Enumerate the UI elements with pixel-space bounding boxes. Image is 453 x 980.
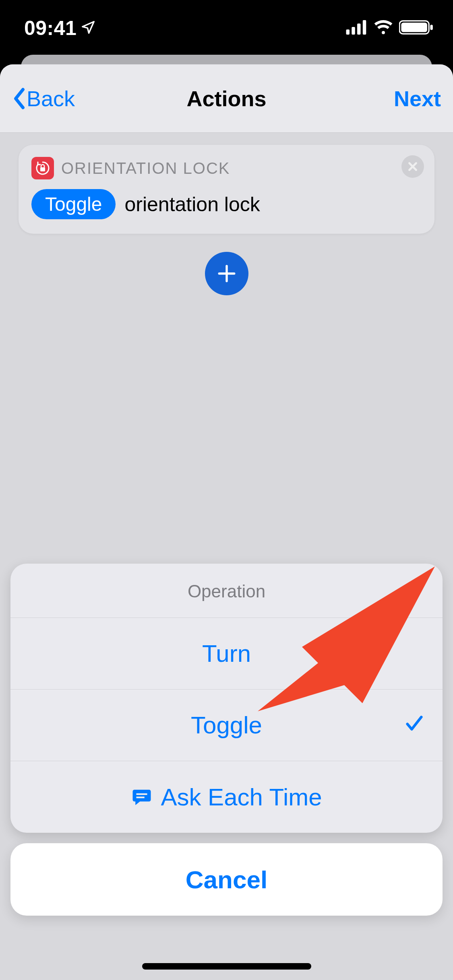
location-arrow-icon xyxy=(81,16,96,40)
svg-rect-1 xyxy=(352,27,355,35)
action-sheet: Operation Turn Toggle Ask Each Time Canc… xyxy=(10,564,443,916)
option-turn[interactable]: Turn xyxy=(10,618,443,690)
option-label: Toggle xyxy=(191,711,262,739)
option-ask-each-time[interactable]: Ask Each Time xyxy=(10,761,443,833)
status-time: 09:41 xyxy=(24,16,77,40)
status-right xyxy=(346,19,434,37)
option-toggle[interactable]: Toggle xyxy=(10,690,443,761)
svg-rect-2 xyxy=(357,23,360,35)
svg-rect-5 xyxy=(401,23,427,32)
action-sheet-header: Operation xyxy=(10,564,443,618)
svg-rect-0 xyxy=(346,29,350,35)
svg-rect-13 xyxy=(137,797,145,798)
home-indicator[interactable] xyxy=(142,963,311,970)
option-label: Turn xyxy=(202,640,251,667)
wifi-icon xyxy=(373,19,393,37)
cellular-signal-icon xyxy=(346,20,368,36)
svg-rect-3 xyxy=(363,20,366,35)
option-label: Ask Each Time xyxy=(161,783,322,811)
status-bar: 09:41 xyxy=(0,0,453,56)
chat-bubble-icon xyxy=(131,786,153,808)
action-sheet-group: Operation Turn Toggle Ask Each Time xyxy=(10,564,443,833)
cancel-button[interactable]: Cancel xyxy=(10,843,443,916)
svg-rect-12 xyxy=(137,793,147,795)
status-left: 09:41 xyxy=(24,16,96,40)
checkmark-icon xyxy=(404,711,425,739)
svg-rect-6 xyxy=(430,25,432,30)
battery-icon xyxy=(399,19,434,37)
